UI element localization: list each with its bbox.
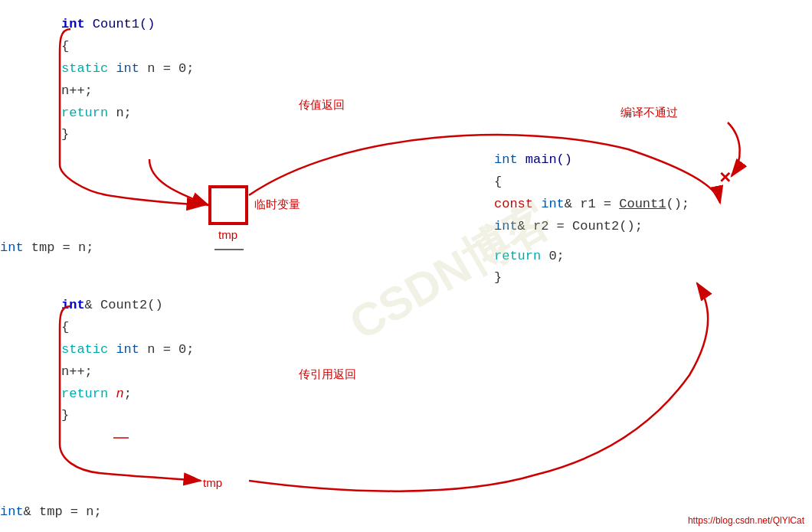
count1-brace-close: } bbox=[61, 124, 194, 146]
main-r1-line: const int& r1 = Count1(); bbox=[494, 194, 689, 216]
url-label: https://blog.csdn.net/QlYlCat bbox=[688, 515, 804, 526]
temp-var-box bbox=[208, 185, 248, 225]
count1-npp-line: n++; bbox=[61, 80, 194, 103]
count1-static-line: static int n = 0; bbox=[61, 58, 194, 80]
main-r2-line: int& r2 = Count2(); bbox=[494, 216, 689, 238]
count2-npp-line: n++; bbox=[61, 361, 194, 383]
main-brace-open: { bbox=[494, 171, 689, 194]
count2-return-line: return n; bbox=[61, 383, 194, 406]
temp-var-label: 临时变量 bbox=[254, 197, 300, 212]
count1-return-line: return n; bbox=[61, 103, 194, 125]
main-function: int main() { const int& r1 = Count1(); i… bbox=[494, 149, 689, 289]
tmp-label: tmp bbox=[218, 228, 237, 241]
count2-int-kw: int bbox=[61, 298, 85, 312]
count2-brace-open: { bbox=[61, 317, 194, 339]
count2-header: int& Count2() bbox=[61, 295, 194, 317]
count1-int-kw: int bbox=[61, 17, 85, 31]
x-mark: ✕ bbox=[719, 168, 732, 187]
int-ref-tmp-line: int& tmp = n; bbox=[0, 501, 102, 524]
count1-brace-open: { bbox=[61, 36, 194, 58]
count2-brace-close: } bbox=[61, 405, 194, 427]
count2-static-line: static int n = 0; bbox=[61, 339, 194, 361]
page-container: CSDN博客 int Count1() { static int n = 0; … bbox=[0, 0, 812, 532]
main-return-line: return 0; bbox=[494, 246, 689, 268]
count2-function: int& Count2() { static int n = 0; n++; r… bbox=[61, 295, 194, 427]
compile-fail-label: 编译不通过 bbox=[620, 106, 678, 120]
pass-by-value-label: 传值返回 bbox=[299, 98, 345, 113]
count1-fn-name: Count1() bbox=[93, 17, 156, 31]
pass-by-ref-label: 传引用返回 bbox=[299, 367, 356, 382]
int-tmp-line: int tmp = n; bbox=[0, 237, 93, 259]
tmp-label2: tmp bbox=[203, 476, 222, 489]
count1-header: int Count1() bbox=[61, 14, 194, 36]
main-header: int main() bbox=[494, 149, 689, 171]
count1-function: int Count1() { static int n = 0; n++; re… bbox=[61, 14, 194, 146]
main-brace-close: } bbox=[494, 267, 689, 289]
